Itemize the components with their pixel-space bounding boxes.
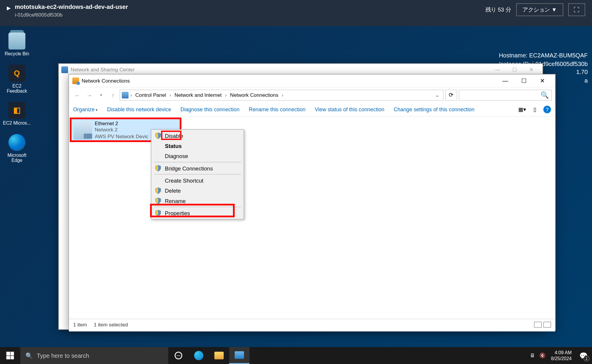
ctx-status[interactable]: Status	[152, 141, 243, 151]
shield-icon	[155, 132, 162, 139]
action-center-button[interactable]: 💬 1	[575, 347, 592, 364]
notification-count: 1	[583, 355, 589, 361]
amazon-box-icon: ◧	[9, 102, 25, 119]
connection-name: Ethernet 2	[95, 120, 148, 127]
connection-network: Network 2	[95, 127, 148, 133]
taskbar: 🔍 Type here to search 🖥 🔇 4:09 AM 8/25/2…	[0, 347, 592, 364]
desktop-icon-ec2-micro[interactable]: ◧ EC2 Micros...	[2, 102, 32, 125]
ctx-diagnose[interactable]: Diagnose	[152, 151, 243, 161]
recycle-bin-icon	[9, 33, 25, 49]
edge-icon	[9, 134, 25, 151]
close-button[interactable]: ✕	[523, 67, 540, 73]
network-connections-icon	[72, 77, 79, 84]
address-dropdown[interactable]: ⌄	[433, 92, 442, 98]
tray-volume-icon[interactable]: 🔇	[538, 347, 548, 364]
network-center-icon	[61, 66, 68, 73]
shield-icon	[155, 197, 162, 204]
crumb-network-connections[interactable]: Network Connections	[229, 92, 280, 98]
minimize-button[interactable]: —	[489, 67, 506, 73]
network-adapter-icon	[74, 121, 92, 140]
breadcrumb-bar[interactable]: › Control Panel › Network and Internet ›…	[120, 89, 443, 100]
network-connections-window[interactable]: Network Connections — ☐ ✕ ← → ▾ ↑ › Cont…	[68, 74, 556, 330]
window-title: Network Connections	[82, 78, 130, 84]
play-icon[interactable]: ▶	[7, 5, 11, 11]
chevron-right-icon: ›	[225, 92, 227, 98]
address-bar-row: ← → ▾ ↑ › Control Panel › Network and In…	[69, 87, 555, 102]
item-count: 1 item	[73, 321, 87, 327]
search-icon: 🔍	[25, 352, 33, 359]
start-button[interactable]	[0, 347, 20, 364]
toolbar: Organize Disable this network device Dia…	[69, 102, 555, 117]
action-button[interactable]: アクション ▼	[516, 3, 563, 16]
crumb-network-internet[interactable]: Network and Internet	[173, 92, 223, 98]
refresh-button[interactable]: ⟳	[445, 89, 457, 100]
maximize-button[interactable]: ☐	[506, 67, 523, 73]
organize-menu[interactable]: Organize	[73, 106, 98, 112]
shield-icon	[155, 165, 162, 172]
help-button[interactable]: ?	[543, 105, 551, 113]
window-title: Network and Sharing Center	[71, 67, 135, 73]
recent-dropdown[interactable]: ▾	[96, 90, 106, 100]
session-instance-id: i-01d9cef6005df530b	[15, 12, 128, 18]
taskbar-control-panel[interactable]	[229, 347, 250, 364]
selected-count: 1 item selected	[94, 321, 128, 327]
context-menu: Disable Status Diagnose Bridge Connectio…	[151, 129, 244, 219]
search-icon: 🔍	[540, 91, 549, 99]
shield-icon	[155, 187, 162, 194]
status-bar: 1 item 1 item selected	[69, 319, 555, 330]
disable-device-button[interactable]: Disable this network device	[107, 106, 171, 112]
desktop-icon-recycle-bin[interactable]: Recycle Bin	[2, 33, 32, 56]
crumb-control-panel[interactable]: Control Panel	[133, 92, 168, 98]
change-settings-button[interactable]: Change settings of this connection	[394, 106, 474, 112]
chevron-right-icon: ›	[169, 92, 171, 98]
control-panel-icon	[235, 351, 244, 359]
task-view-button[interactable]	[168, 347, 189, 364]
connection-device: AWS PV Network Devic	[95, 133, 148, 140]
ctx-disable[interactable]: Disable	[152, 131, 243, 141]
taskbar-edge[interactable]	[189, 347, 209, 364]
shield-icon	[155, 210, 162, 217]
desktop-icon-edge[interactable]: Microsoft Edge	[2, 134, 32, 163]
amazon-q-icon: Q	[9, 65, 25, 82]
ctx-create-shortcut[interactable]: Create Shortcut	[152, 175, 243, 186]
menu-separator	[154, 162, 241, 162]
session-title: mototsuka-ec2-windows-ad-dev-ad-user	[15, 3, 128, 10]
forward-button[interactable]: →	[84, 90, 94, 100]
close-button[interactable]: ✕	[533, 74, 552, 87]
connections-content[interactable]: Ethernet 2 Network 2 AWS PV Network Devi…	[69, 117, 555, 331]
taskbar-clock[interactable]: 4:09 AM 8/25/2024	[548, 349, 575, 362]
ctx-delete[interactable]: Delete	[152, 186, 243, 196]
large-icons-view-button[interactable]	[543, 321, 551, 327]
taskbar-search[interactable]: 🔍 Type here to search	[20, 347, 168, 364]
aws-session-bar: ▶ mototsuka-ec2-windows-ad-dev-ad-user i…	[0, 0, 592, 26]
desktop-icon-ec2-feedback[interactable]: Q EC2 Feedback	[2, 65, 32, 94]
chevron-right-icon: ›	[130, 92, 132, 98]
minimize-button[interactable]: —	[496, 74, 515, 87]
taskbar-file-explorer[interactable]	[209, 347, 229, 364]
ctx-rename[interactable]: Rename	[152, 196, 243, 206]
ctx-properties[interactable]: Properties	[152, 208, 243, 218]
up-button[interactable]: ↑	[108, 90, 118, 100]
task-view-icon	[175, 352, 182, 360]
diagnose-button[interactable]: Diagnose this connection	[181, 106, 240, 112]
windows-logo-icon	[6, 352, 14, 360]
desktop[interactable]: Recycle Bin Q EC2 Feedback ◧ EC2 Micros.…	[0, 26, 592, 347]
view-options-button[interactable]: ▦▾	[518, 105, 527, 114]
details-view-button[interactable]	[534, 321, 542, 327]
chevron-right-icon: ›	[282, 92, 284, 98]
fullscreen-button[interactable]: ⛶	[568, 3, 585, 16]
search-input[interactable]: 🔍	[459, 89, 552, 100]
preview-pane-button[interactable]: ▯	[531, 105, 539, 114]
tray-display-icon[interactable]: 🖥	[527, 347, 537, 364]
back-button[interactable]: ←	[72, 90, 82, 100]
rename-button[interactable]: Rename this connection	[249, 106, 306, 112]
maximize-button[interactable]: ☐	[514, 74, 533, 87]
search-placeholder: Type here to search	[37, 352, 89, 359]
ctx-bridge[interactable]: Bridge Connections	[152, 163, 243, 173]
menu-separator	[154, 174, 241, 175]
view-status-button[interactable]: View status of this connection	[315, 106, 385, 112]
control-panel-icon	[122, 91, 128, 98]
edge-icon	[194, 351, 203, 360]
time-remaining: 残り 53 分	[485, 6, 511, 14]
folder-icon	[214, 352, 223, 360]
